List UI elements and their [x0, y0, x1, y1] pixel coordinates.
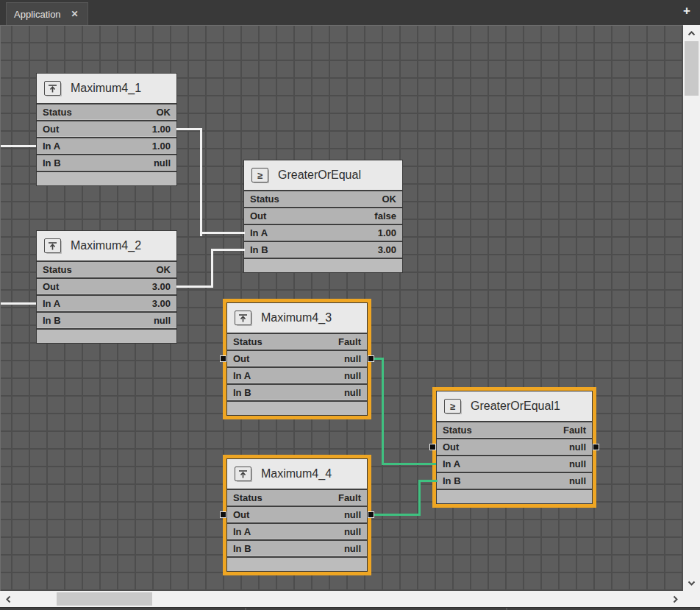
node-row-ina: In A3.00	[37, 294, 176, 311]
selection-handle-right[interactable]	[368, 355, 374, 362]
node-title: Maximum4_2	[71, 239, 141, 252]
node-header[interactable]: Maximum4_3	[227, 303, 367, 333]
node-row-inb: In Bnull	[227, 383, 367, 400]
node-row-status: StatusFault	[227, 333, 367, 350]
node-row-ina: In A1.00	[244, 224, 402, 241]
greater-or-equal-icon: ≥	[444, 399, 461, 414]
node-row-ina: In A1.00	[37, 137, 176, 154]
node-row-status: StatusOK	[37, 103, 176, 120]
wire-max3-out-seg3[interactable]	[382, 463, 436, 465]
node-row-out: Out3.00	[37, 277, 176, 294]
selection-handle-left[interactable]	[220, 355, 226, 362]
node-row-inb: In Bnull	[437, 472, 592, 489]
greater-or-equal-icon: ≥	[251, 168, 268, 182]
wire-max2-out-seg1[interactable]	[176, 286, 213, 288]
node-footer	[37, 328, 176, 343]
node-footer	[227, 400, 367, 415]
scrollbar-corner	[683, 591, 700, 607]
wire-max2-out-seg3[interactable]	[211, 249, 245, 251]
horizontal-scrollbar[interactable]	[0, 591, 683, 607]
wire-external-to-max1-inA[interactable]	[1, 145, 36, 147]
node-row-inb: In Bnull	[227, 539, 367, 556]
node-title: GreaterOrEqual	[278, 169, 361, 182]
node-header[interactable]: ≥ GreaterOrEqual	[244, 160, 402, 190]
node-row-inb: In Bnull	[37, 154, 176, 171]
node-greaterorequal[interactable]: ≥ GreaterOrEqual StatusOK Outfalse In A1…	[243, 160, 403, 273]
maximum-icon	[44, 81, 61, 96]
chevron-down-icon[interactable]	[683, 575, 700, 591]
node-row-out: Outnull	[227, 506, 367, 522]
chevron-up-icon[interactable]	[683, 25, 700, 41]
node-header[interactable]: Maximum4_2	[37, 231, 176, 260]
wire-max3-out-seg2[interactable]	[382, 358, 384, 465]
selection-handle-left[interactable]	[220, 511, 226, 518]
node-header[interactable]: Maximum4_1	[37, 74, 176, 103]
node-footer	[437, 489, 592, 503]
selection-handle-right[interactable]	[593, 444, 599, 450]
add-tab-button[interactable]: +	[679, 4, 694, 18]
wire-max1-out-seg1[interactable]	[176, 128, 202, 130]
maximum-icon	[235, 467, 251, 481]
wire-max4-out-seg3[interactable]	[418, 480, 438, 482]
node-footer	[244, 258, 402, 272]
node-maximum4-4[interactable]: Maximum4_4 StatusFault Outnull In Anull …	[223, 455, 371, 575]
node-row-status: StatusOK	[37, 260, 176, 277]
vertical-scrollbar[interactable]	[683, 25, 700, 591]
node-row-ina: In Anull	[227, 522, 367, 539]
wire-max1-out-seg3[interactable]	[200, 232, 245, 234]
node-header[interactable]: Maximum4_4	[227, 459, 367, 489]
node-greaterorequal1[interactable]: ≥ GreaterOrEqual1 StatusFault Outnull In…	[432, 387, 596, 508]
node-row-out: Outfalse	[244, 207, 402, 224]
selection-handle-left[interactable]	[429, 444, 436, 450]
node-row-out: Outnull	[227, 350, 367, 366]
node-row-status: StatusFault	[227, 489, 367, 506]
node-footer	[37, 171, 176, 185]
maximum-icon	[44, 238, 61, 253]
node-title: Maximum4_4	[261, 467, 332, 480]
node-maximum4-1[interactable]: Maximum4_1 StatusOK Out1.00 In A1.00 In …	[36, 73, 177, 186]
wire-max1-out-seg2[interactable]	[200, 128, 202, 236]
vertical-scrollbar-thumb[interactable]	[685, 41, 699, 96]
node-row-ina: In Anull	[437, 455, 592, 472]
wire-max2-out-seg2[interactable]	[211, 249, 213, 288]
node-row-status: StatusFault	[437, 421, 592, 438]
tab-application[interactable]: Application ✕	[6, 2, 88, 25]
node-row-inb: In Bnull	[37, 311, 176, 328]
wire-max4-out-seg2[interactable]	[418, 480, 421, 516]
node-title: Maximum4_1	[71, 82, 141, 95]
wire-max4-out-seg1[interactable]	[369, 514, 421, 516]
wire-external-to-max2-inA[interactable]	[1, 302, 36, 305]
node-maximum4-2[interactable]: Maximum4_2 StatusOK Out3.00 In A3.00 In …	[36, 230, 177, 344]
selection-handle-right[interactable]	[368, 511, 374, 518]
horizontal-scrollbar-thumb[interactable]	[57, 592, 152, 606]
node-row-status: StatusOK	[244, 190, 402, 207]
node-footer	[227, 556, 367, 571]
maximum-icon	[235, 311, 251, 325]
node-title: Maximum4_3	[261, 311, 332, 324]
bottom-panel-edge	[0, 607, 700, 610]
chevron-right-icon[interactable]	[667, 591, 683, 607]
tab-label: Application	[14, 9, 61, 20]
node-header[interactable]: ≥ GreaterOrEqual1	[437, 391, 592, 421]
node-title: GreaterOrEqual1	[471, 400, 560, 413]
node-row-out: Outnull	[437, 438, 592, 455]
node-maximum4-3[interactable]: Maximum4_3 StatusFault Outnull In Anull …	[223, 299, 371, 419]
node-row-ina: In Anull	[227, 366, 367, 383]
diagram-canvas[interactable]: Maximum4_1 StatusOK Out1.00 In A1.00 In …	[0, 25, 684, 592]
close-icon[interactable]: ✕	[71, 9, 79, 19]
node-row-out: Out1.00	[37, 120, 176, 137]
chevron-left-icon[interactable]	[0, 591, 16, 607]
node-row-inb: In B3.00	[244, 241, 402, 258]
tab-bar: Application ✕ +	[0, 0, 700, 24]
